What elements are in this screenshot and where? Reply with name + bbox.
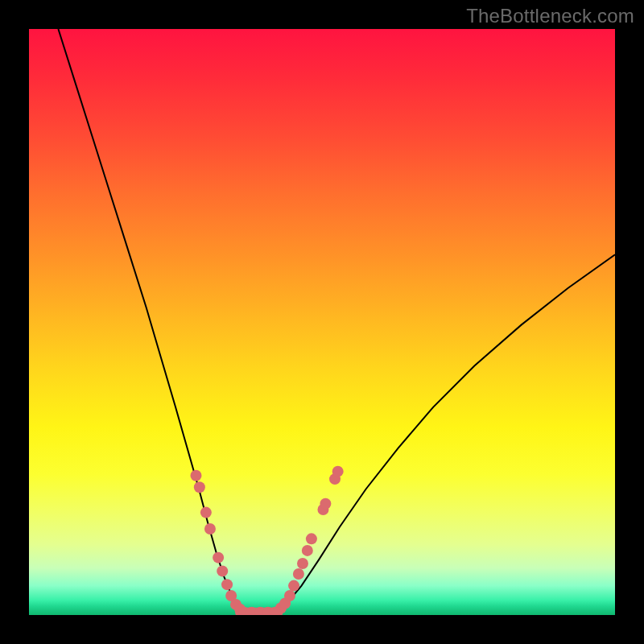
data-marker (284, 590, 295, 601)
chart-svg (29, 29, 615, 615)
watermark-text: TheBottleneck.com (466, 5, 634, 27)
data-marker (221, 579, 233, 590)
data-marker (213, 552, 224, 564)
data-marker (332, 466, 344, 477)
data-marker (297, 558, 308, 569)
chart-container: TheBottleneck.com (0, 0, 644, 644)
left-curve (58, 29, 244, 612)
right-curve (275, 254, 615, 612)
data-marker (204, 523, 216, 535)
plot-area (29, 29, 615, 615)
data-marker (200, 507, 212, 518)
data-marker (194, 481, 205, 493)
data-marker (302, 545, 313, 556)
data-marker (217, 565, 228, 576)
data-marker (320, 498, 331, 510)
data-marker (190, 470, 201, 481)
data-marker (293, 568, 304, 580)
data-marker (288, 580, 299, 592)
data-marker (306, 533, 317, 544)
